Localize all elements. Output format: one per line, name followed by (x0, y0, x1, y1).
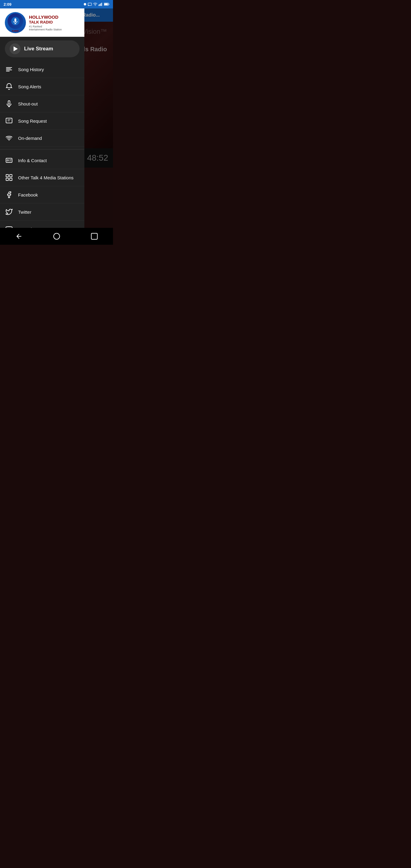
song-request-label: Song Request (18, 119, 47, 124)
play-icon (10, 43, 21, 54)
svg-rect-14 (8, 101, 10, 104)
drawer-logo-area: K4HD HOLLYWOOD TALK RADIO #1 Ranked Inte… (0, 8, 84, 37)
twitter-icon (5, 208, 13, 216)
svg-rect-6 (101, 3, 102, 6)
logo-hollywood: HOLLYWOOD (29, 14, 62, 20)
status-time: 2:09 (4, 2, 11, 7)
facebook-label: Facebook (18, 192, 38, 197)
svg-point-22 (7, 160, 9, 161)
id-card-icon (5, 156, 13, 164)
menu-item-song-alerts[interactable]: Song Alerts (0, 78, 84, 95)
svg-rect-36 (91, 233, 97, 239)
song-alerts-label: Song Alerts (18, 84, 41, 89)
recents-button[interactable] (87, 230, 102, 242)
logo-circle: K4HD (5, 12, 26, 33)
status-icons (84, 2, 109, 6)
menu-item-info-contact[interactable]: Info & Contact (0, 152, 84, 169)
mic-icon (5, 99, 13, 108)
svg-rect-8 (109, 4, 109, 5)
svg-rect-11 (14, 19, 16, 22)
drawer-overlay[interactable]: K4HD HOLLYWOOD TALK RADIO #1 Ranked Inte… (0, 8, 113, 245)
logo-ranked: #1 Ranked Intertainment Radio Station (29, 25, 62, 31)
logo-container: K4HD HOLLYWOOD TALK RADIO #1 Ranked Inte… (5, 12, 80, 33)
menu-item-song-history[interactable]: Song History (0, 61, 84, 78)
play-triangle (13, 46, 18, 51)
menu-item-shout-out[interactable]: Shout-out (0, 95, 84, 113)
logo-text-area: HOLLYWOOD TALK RADIO #1 Ranked Intertain… (29, 14, 62, 31)
svg-rect-27 (6, 178, 8, 181)
menu-item-song-request[interactable]: Song Request (0, 113, 84, 130)
svg-rect-28 (10, 178, 12, 181)
svg-rect-25 (6, 175, 8, 177)
list-icon (5, 65, 13, 73)
svg-rect-26 (10, 175, 12, 177)
svg-point-20 (9, 140, 10, 141)
facebook-icon (5, 190, 13, 199)
status-bar: 2:09 (0, 0, 113, 8)
live-stream-label: Live Stream (24, 46, 53, 52)
svg-rect-3 (98, 4, 99, 6)
wifi-signal-icon (5, 134, 13, 142)
bottom-navigation (0, 228, 113, 245)
svg-rect-17 (6, 118, 12, 123)
separator-1 (0, 149, 84, 150)
other-stations-label: Other Talk 4 Media Stations (18, 175, 73, 180)
song-history-label: Song History (18, 67, 44, 72)
home-button[interactable] (49, 230, 64, 242)
menu-item-twitter[interactable]: Twitter (0, 204, 84, 221)
logo-talk-radio: TALK RADIO (29, 20, 62, 24)
back-button[interactable] (11, 230, 27, 242)
live-stream-button[interactable]: Live Stream (5, 40, 80, 57)
grid-icon (5, 173, 13, 182)
info-contact-label: Info & Contact (18, 158, 47, 163)
svg-rect-4 (99, 4, 100, 6)
svg-rect-5 (100, 3, 101, 6)
shout-out-label: Shout-out (18, 101, 38, 106)
svg-point-2 (95, 5, 96, 6)
twitter-label: Twitter (18, 210, 31, 215)
svg-point-0 (84, 3, 86, 5)
on-demand-label: On-demand (18, 135, 42, 141)
svg-point-35 (54, 233, 60, 239)
chat-square-icon (5, 117, 13, 125)
navigation-drawer: K4HD HOLLYWOOD TALK RADIO #1 Ranked Inte… (0, 8, 84, 245)
bell-icon (5, 82, 13, 91)
svg-rect-9 (104, 3, 108, 5)
menu-item-on-demand[interactable]: On-demand (0, 130, 84, 147)
menu-item-other-stations[interactable]: Other Talk 4 Media Stations (0, 169, 84, 186)
menu-item-facebook[interactable]: Facebook (0, 186, 84, 204)
